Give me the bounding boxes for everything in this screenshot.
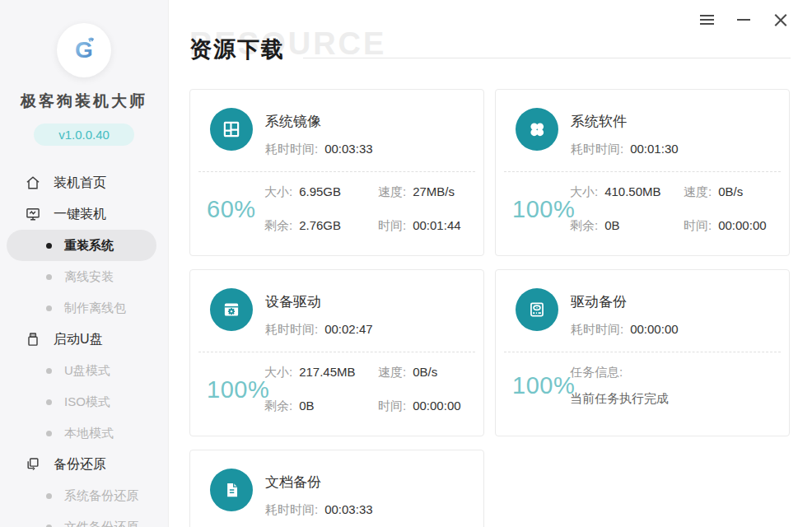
sidebar-item-offline-install[interactable]: 离线安装	[0, 261, 168, 292]
bullet-icon	[46, 305, 52, 311]
bullet-icon	[46, 431, 52, 436]
system-software-icon	[516, 108, 558, 151]
card-title: 系统镜像	[265, 112, 373, 131]
card-title: 驱动备份	[571, 292, 679, 311]
stat-speed: 速度:0B/s	[684, 184, 767, 200]
sidebar-item-file-backup-restore[interactable]: 文件备份还原	[0, 511, 168, 527]
close-icon[interactable]	[772, 12, 789, 27]
usb-icon	[25, 331, 41, 347]
stat-time: 时间:00:00:00	[684, 218, 767, 234]
sidebar-item-local-mode[interactable]: 本地模式	[0, 417, 168, 449]
stat-remaining: 剩余:0B	[570, 218, 684, 234]
system-image-icon	[210, 108, 253, 151]
card-title: 设备驱动	[265, 292, 373, 311]
title-divider	[303, 58, 791, 58]
sidebar-item-home[interactable]: 装机首页	[0, 167, 168, 198]
elapsed-time: 耗时时间:00:00:00	[571, 322, 679, 338]
sidebar-item-usb-mode[interactable]: U盘模式	[0, 355, 168, 386]
stat-time: 时间:00:01:44	[378, 218, 461, 234]
sidebar-item-label: 备份还原	[54, 456, 106, 473]
sidebar-item-one-key-install[interactable]: 一键装机	[0, 198, 168, 230]
sidebar-item-boot-usb[interactable]: 启动U盘	[0, 324, 168, 355]
card-stats: 大小:6.95GB 速度:27MB/s 剩余:2.76GB 时间:00:01:4…	[264, 184, 461, 234]
sidebar: G 极客狗装机大师 v1.0.0.40 装机首页 一键装机 重装系统	[0, 0, 169, 527]
card-device-driver: 设备驱动 耗时时间:00:02:47 100% 大小:217.45MB 速度:0…	[189, 269, 484, 436]
progress-percent: 60%	[207, 196, 264, 223]
card-stats: 大小:410.50MB 速度:0B/s 剩余:0B 时间:00:00:00	[570, 184, 767, 234]
monitor-icon	[25, 206, 41, 222]
device-driver-icon	[210, 288, 253, 331]
driver-backup-icon	[516, 288, 558, 331]
card-title: 系统软件	[571, 112, 679, 131]
card-title: 文档备份	[265, 473, 373, 492]
page-title: 资源下载	[189, 35, 285, 64]
sidebar-item-label: 装机首页	[54, 175, 106, 192]
sidebar-item-system-backup-restore[interactable]: 系统备份还原	[0, 480, 168, 511]
menu-icon[interactable]	[700, 12, 716, 27]
sidebar-item-reinstall-system[interactable]: 重装系统	[7, 230, 156, 261]
app-logo: G	[57, 23, 111, 77]
bullet-icon	[46, 399, 52, 405]
sidebar-item-label: 一键装机	[54, 206, 106, 223]
sidebar-item-label: U盘模式	[64, 363, 110, 379]
stat-time: 时间:00:00:00	[378, 399, 461, 414]
stat-size: 大小:217.45MB	[264, 365, 378, 380]
sidebar-item-label: 文件备份还原	[64, 520, 138, 527]
bullet-icon	[46, 274, 52, 280]
sidebar-item-label: 启动U盘	[54, 331, 103, 348]
sidebar-item-iso-mode[interactable]: ISO模式	[0, 386, 168, 417]
card-document-backup: 文档备份 耗时时间:00:03:33	[189, 450, 484, 527]
stat-remaining: 剩余:2.76GB	[264, 218, 378, 234]
elapsed-time: 耗时时间:00:02:47	[265, 322, 373, 338]
card-driver-backup: 驱动备份 耗时时间:00:00:00 100% 任务信息: 当前任务执行完成	[495, 269, 790, 436]
stat-speed: 速度:0B/s	[378, 365, 461, 380]
sidebar-item-label: 离线安装	[64, 269, 114, 285]
progress-percent: 100%	[512, 372, 570, 399]
bullet-icon	[46, 243, 52, 249]
sidebar-item-label: 系统备份还原	[64, 488, 138, 504]
stat-remaining: 剩余:0B	[264, 399, 378, 414]
dog-logo-icon: G	[66, 32, 102, 68]
sidebar-item-label: 本地模式	[64, 426, 114, 441]
card-system-image: 系统镜像 耗时时间:00:03:33 60% 大小:6.95GB 速度:27MB…	[189, 89, 484, 256]
stat-speed: 速度:27MB/s	[378, 184, 461, 200]
stat-size: 大小:6.95GB	[264, 184, 378, 200]
brand: G 极客狗装机大师 v1.0.0.40	[0, 0, 168, 146]
sidebar-item-label: 重装系统	[64, 238, 114, 254]
bullet-icon	[46, 368, 52, 374]
backup-restore-icon	[25, 456, 41, 473]
home-icon	[25, 175, 41, 191]
elapsed-time: 耗时时间:00:01:30	[571, 142, 679, 157]
sidebar-item-label: ISO模式	[64, 394, 110, 410]
bullet-icon	[46, 525, 52, 527]
elapsed-time: 耗时时间:00:03:33	[265, 142, 373, 157]
version-badge: v1.0.0.40	[34, 124, 134, 146]
document-backup-icon	[210, 469, 253, 511]
progress-percent: 100%	[512, 196, 570, 223]
card-stats: 大小:217.45MB 速度:0B/s 剩余:0B 时间:00:00:00	[264, 365, 461, 414]
page-header: RESOURCE 资源下载	[189, 35, 791, 74]
task-info: 任务信息: 当前任务执行完成	[570, 365, 669, 407]
card-system-software: 系统软件 耗时时间:00:01:30 100% 大小:410.50MB 速度:0…	[495, 89, 790, 256]
app-name: 极客狗装机大师	[0, 91, 168, 112]
progress-percent: 100%	[207, 376, 264, 403]
stat-size: 大小:410.50MB	[570, 184, 684, 200]
minimize-icon[interactable]	[736, 12, 753, 27]
download-cards: 系统镜像 耗时时间:00:03:33 60% 大小:6.95GB 速度:27MB…	[189, 89, 791, 527]
main-panel: RESOURCE 资源下载 系统镜像 耗时时间:00:03:33	[169, 0, 812, 527]
sidebar-item-make-offline-package[interactable]: 制作离线包	[0, 292, 168, 324]
sidebar-nav: 装机首页 一键装机 重装系统 离线安装 制作离线包	[0, 167, 168, 527]
sidebar-item-label: 制作离线包	[64, 301, 126, 316]
window-controls	[700, 12, 789, 27]
elapsed-time: 耗时时间:00:03:33	[265, 502, 373, 518]
bullet-icon	[46, 493, 52, 499]
sidebar-item-backup-restore[interactable]: 备份还原	[0, 449, 168, 480]
